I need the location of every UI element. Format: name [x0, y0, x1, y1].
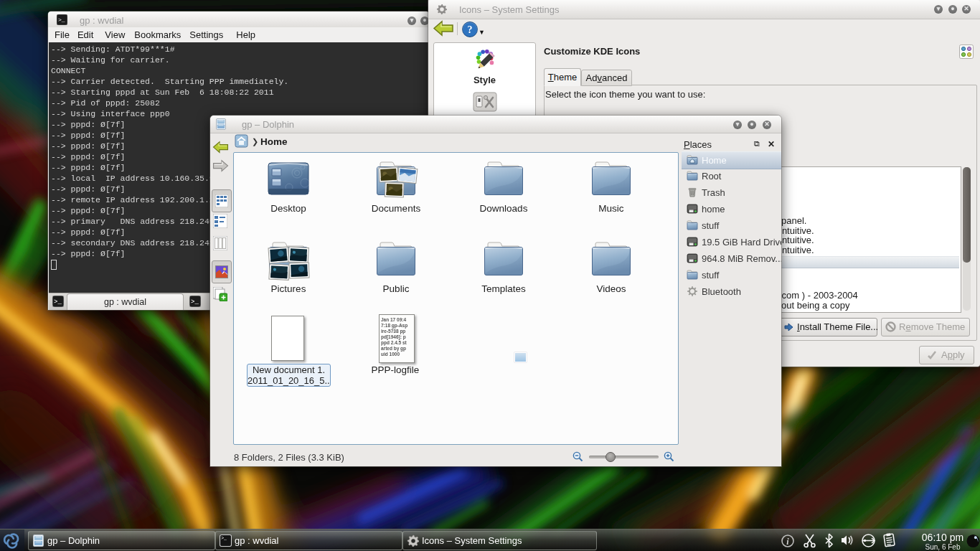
svg-text:i: i: [786, 537, 789, 547]
svg-text:>_: >_: [191, 298, 199, 306]
svg-text:>_: >_: [58, 17, 65, 23]
svg-text:?: ?: [468, 24, 473, 35]
svg-text:>_: >_: [221, 536, 227, 541]
svg-text:>_: >_: [54, 298, 62, 306]
